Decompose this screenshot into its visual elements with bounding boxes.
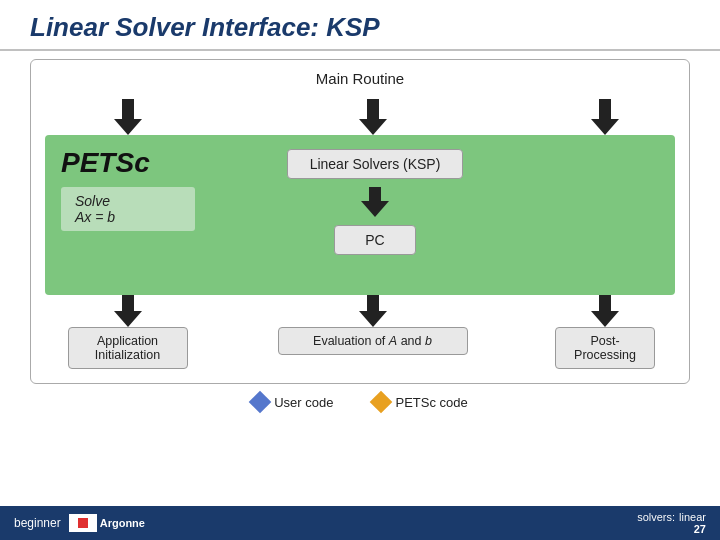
- col-left: [45, 99, 210, 135]
- petsc-code-label: PETSc code: [395, 395, 467, 410]
- legend: User code PETSc code: [30, 394, 690, 410]
- eval-box: Evaluation of A and b: [278, 327, 468, 355]
- footer: beginner Argonne solvers: linear 27: [0, 506, 720, 540]
- footer-right: solvers: linear 27: [637, 511, 706, 535]
- arrow-down-left: [114, 99, 142, 135]
- main-content: Main Routine: [0, 59, 720, 410]
- col-mid: [210, 99, 535, 135]
- user-code-icon: [249, 391, 272, 414]
- col-right-bottom: Post-Processing: [535, 295, 675, 369]
- post-proc-label: Post-Processing: [574, 334, 636, 362]
- pc-box: PC: [334, 225, 415, 255]
- arrow-down-mid-bottom: [359, 295, 387, 327]
- petsc-left-section: PETSc Solve Ax = b: [53, 143, 203, 287]
- page-title: Linear Solver Interface: KSP: [30, 12, 690, 43]
- arrow-down-mid: [359, 99, 387, 135]
- petsc-label: PETSc: [61, 147, 195, 179]
- arrow-down-right: [591, 99, 619, 135]
- user-code-legend: User code: [252, 394, 333, 410]
- header: Linear Solver Interface: KSP: [0, 0, 720, 51]
- solve-box: Solve Ax = b: [61, 187, 195, 231]
- col-left-bottom: ApplicationInitialization: [45, 295, 210, 369]
- app-init-box: ApplicationInitialization: [68, 327, 188, 369]
- petsc-code-legend: PETSc code: [373, 394, 467, 410]
- post-proc-box: Post-Processing: [555, 327, 655, 369]
- argonne-logo-mark: [69, 514, 97, 532]
- page: Linear Solver Interface: KSP Main Routin…: [0, 0, 720, 540]
- beginner-label: beginner: [14, 516, 61, 530]
- page-number: 27: [694, 523, 706, 535]
- petsc-mid-section: Linear Solvers (KSP) PC: [203, 143, 547, 287]
- linear-label: linear: [679, 511, 706, 523]
- user-code-label: User code: [274, 395, 333, 410]
- eval-label: Evaluation of A and b: [313, 334, 432, 348]
- petsc-right-section: [547, 143, 667, 287]
- main-routine-label: Main Routine: [316, 70, 404, 87]
- petsc-band: PETSc Solve Ax = b Linear Solvers (KSP): [45, 135, 675, 295]
- ksp-box: Linear Solvers (KSP): [287, 149, 464, 179]
- col-mid-bottom: Evaluation of A and b: [210, 295, 535, 369]
- app-init-label: ApplicationInitialization: [95, 334, 160, 362]
- arrow-down-right-bottom: [591, 295, 619, 327]
- arrow-down-left-bottom: [114, 295, 142, 327]
- main-routine-box: Main Routine: [30, 59, 690, 384]
- arrow-ksp-to-pc: [361, 187, 389, 217]
- solvers-label: solvers:: [637, 511, 675, 523]
- argonne-name: Argonne: [100, 517, 145, 529]
- footer-left: beginner Argonne: [14, 514, 145, 532]
- petsc-code-icon: [370, 391, 393, 414]
- argonne-logo: Argonne: [69, 514, 145, 532]
- col-right: [535, 99, 675, 135]
